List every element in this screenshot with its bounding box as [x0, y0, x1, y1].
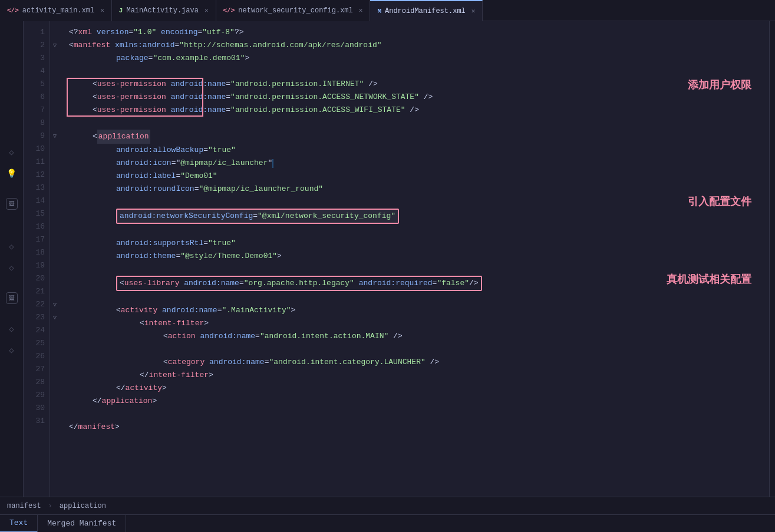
code-editor[interactable]: 1 2 3 4 5 6 7 8 9 10 11 12 13 14 15 16 1…	[24, 21, 775, 497]
permissions-section: <uses-permission android:name="android.p…	[69, 78, 769, 117]
tab-label: AndroidManifest.xml	[385, 7, 466, 15]
annotation-device-test: 真机测试相关配置	[667, 272, 751, 286]
code-line-22: <activity android:name=".MainActivity" >	[69, 304, 769, 317]
sidebar-fold-icon5[interactable]: ◇	[4, 342, 20, 358]
left-sidebar: ◇ 💡 🖼 ◇ ◇ 🖼 ◇ ◇	[0, 21, 24, 497]
code-line-17: android:supportsRtl="true"	[69, 237, 769, 250]
code-line-31: </manifest >	[69, 421, 769, 434]
tab-close-icon[interactable]: ✕	[205, 6, 209, 14]
sidebar-fold-icon2[interactable]: ◇	[4, 238, 20, 255]
tab-label: activity_main.xml	[22, 6, 94, 15]
tab-label: MainActivity.java	[126, 6, 198, 15]
code-content[interactable]: <?xml version="1.0" encoding="utf-8" ?> …	[60, 21, 769, 497]
code-line-15: android:networkSecurityConfig="@xml/netw…	[69, 209, 769, 224]
fold-application-icon[interactable]: ▽	[50, 130, 60, 143]
fold-intent-filter-icon[interactable]: ▽	[50, 311, 60, 324]
code-line-5: <uses-permission android:name="android.p…	[69, 78, 769, 91]
bottom-tab-merged-manifest[interactable]: Merged Manifest	[38, 515, 126, 533]
code-line-21	[69, 291, 769, 304]
sidebar-image2-icon[interactable]: 🖼	[6, 292, 18, 304]
network-config-section: android:networkSecurityConfig="@xml/netw…	[69, 209, 769, 224]
code-line-1: <?xml version="1.0" encoding="utf-8" ?>	[69, 26, 769, 39]
tab-manifest-icon: M	[377, 8, 381, 15]
code-line-26: <category android:name="android.intent.c…	[69, 356, 769, 369]
sidebar-image-icon[interactable]: 🖼	[6, 198, 18, 210]
sidebar-lightbulb-icon[interactable]: 💡	[4, 165, 20, 181]
sidebar-fold-icon[interactable]: ◇	[4, 144, 20, 160]
bottom-tab-text[interactable]: Text	[0, 515, 38, 533]
bottom-tabs: Text Merged Manifest	[0, 514, 775, 532]
network-security-config-highlight: android:networkSecurityConfig="@xml/netw…	[116, 209, 399, 224]
code-line-10: android:allowBackup="true"	[69, 144, 769, 157]
main-layout: ◇ 💡 🖼 ◇ ◇ 🖼 ◇ ◇ 1 2 3 4 5 6 7 8 9 10 11 …	[0, 21, 775, 497]
code-line-25	[69, 343, 769, 356]
code-line-14	[69, 196, 769, 209]
breadcrumb-part2: application	[60, 502, 106, 510]
tab-android-manifest[interactable]: M AndroidManifest.xml ✕	[370, 0, 483, 21]
code-line-29: </application >	[69, 395, 769, 408]
tab-activity-main[interactable]: </> activity_main.xml ✕	[0, 0, 112, 21]
tab-java-icon: J	[119, 7, 123, 14]
code-line-13: android:roundIcon="@mipmap/ic_launcher_r…	[69, 183, 769, 196]
scrollbar[interactable]	[769, 21, 775, 497]
code-line-18: android:theme="@style/Theme.Demo01" >	[69, 250, 769, 263]
code-line-4	[69, 65, 769, 78]
tab-xml-icon: </>	[223, 7, 235, 14]
tab-close-icon[interactable]: ✕	[359, 6, 363, 14]
breadcrumb-bar: manifest › application	[0, 497, 775, 514]
code-line-30	[69, 408, 769, 421]
code-line-7: <uses-permission android:name="android.p…	[69, 104, 769, 117]
sidebar-fold-icon3[interactable]: ◇	[4, 259, 20, 276]
code-line-11: android:icon="@mipmap/ic_launcher"	[69, 157, 769, 170]
line-numbers: 1 2 3 4 5 6 7 8 9 10 11 12 13 14 15 16 1…	[24, 21, 50, 497]
fold-manifest-icon[interactable]: ▽	[50, 39, 60, 52]
code-line-20: <uses-library android:name="org.apache.h…	[69, 276, 769, 291]
code-line-23: <intent-filter >	[69, 317, 769, 330]
code-line-3: package="com.example.demo01" >	[69, 52, 769, 65]
sidebar-fold-icon4[interactable]: ◇	[4, 320, 20, 337]
code-line-6: <uses-permission android:name="android.p…	[69, 91, 769, 104]
tab-xml-icon: </>	[7, 7, 19, 14]
code-line-16	[69, 224, 769, 237]
code-line-19	[69, 263, 769, 276]
annotation-network-config: 引入配置文件	[688, 194, 751, 209]
tab-close-icon[interactable]: ✕	[471, 7, 476, 15]
code-line-2: <manifest xmlns:android="http://schemas.…	[69, 39, 769, 52]
tab-label: network_security_config.xml	[238, 6, 352, 15]
tab-close-icon[interactable]: ✕	[100, 6, 104, 14]
code-line-12: android:label="Demo01"	[69, 170, 769, 183]
uses-library-highlight: <uses-library android:name="org.apache.h…	[116, 276, 482, 291]
breadcrumb-separator: ›	[48, 502, 52, 510]
code-line-8	[69, 117, 769, 130]
code-line-9: <application	[69, 130, 769, 144]
code-line-27: </intent-filter >	[69, 369, 769, 382]
code-line-28: </activity >	[69, 382, 769, 395]
fold-activity-icon[interactable]: ▽	[50, 298, 60, 311]
tab-bar: </> activity_main.xml ✕ J MainActivity.j…	[0, 0, 775, 21]
tab-main-activity[interactable]: J MainActivity.java ✕	[112, 0, 216, 21]
annotation-permissions: 添加用户权限	[688, 78, 751, 92]
code-line-24: <action android:name="android.intent.act…	[69, 330, 769, 343]
breadcrumb-part1: manifest	[7, 502, 41, 510]
cursor	[272, 159, 273, 168]
tab-network-security[interactable]: </> network_security_config.xml ✕	[216, 0, 371, 21]
uses-library-section: <uses-library android:name="org.apache.h…	[69, 276, 769, 291]
